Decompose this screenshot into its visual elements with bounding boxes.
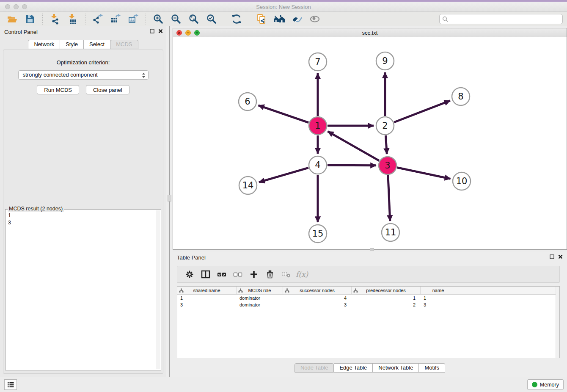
node-label-9: 9 bbox=[382, 56, 388, 66]
edge-4-14[interactable] bbox=[259, 168, 308, 182]
edge-3-11[interactable] bbox=[388, 175, 390, 221]
workspace: Control Panel NetworkStyleSelectMCDS Opt… bbox=[0, 26, 567, 377]
table-cell[interactable]: 3 bbox=[283, 301, 352, 308]
table-cell[interactable]: dominator bbox=[237, 301, 283, 308]
tab-style[interactable]: Style bbox=[60, 40, 84, 49]
table-toolbar: f(x) bbox=[177, 266, 560, 283]
save-session-icon[interactable] bbox=[24, 13, 36, 25]
table-scrollbar[interactable] bbox=[556, 287, 559, 358]
edge-3-10[interactable] bbox=[397, 168, 451, 179]
delete-column-icon[interactable] bbox=[281, 269, 292, 280]
edge-2-8[interactable] bbox=[394, 101, 450, 122]
float-panel-icon[interactable] bbox=[150, 29, 154, 33]
tab-node-table[interactable]: Node Table bbox=[295, 363, 334, 373]
memory-button[interactable]: Memory bbox=[527, 379, 564, 390]
zoom-selected-icon[interactable] bbox=[205, 13, 218, 25]
task-history-button[interactable] bbox=[4, 379, 17, 390]
table-cell[interactable]: 1 bbox=[177, 295, 237, 301]
export-image-icon[interactable] bbox=[127, 13, 140, 25]
close-panel-icon[interactable] bbox=[158, 29, 163, 33]
delete-row-icon[interactable] bbox=[264, 269, 275, 280]
panel-splitter[interactable] bbox=[166, 26, 173, 377]
zoom-out-icon[interactable] bbox=[170, 13, 182, 25]
criterion-select[interactable]: strongly connected component bbox=[18, 70, 149, 80]
deselect-all-rows-icon[interactable] bbox=[232, 269, 243, 280]
network-graph[interactable]: 1234678910111415 bbox=[173, 37, 567, 249]
tab-network[interactable]: Network bbox=[28, 40, 60, 49]
status-bar: Memory bbox=[0, 377, 567, 392]
table-cell[interactable]: dominator bbox=[237, 295, 283, 301]
node-label-7: 7 bbox=[315, 57, 320, 67]
apply-layout-icon[interactable] bbox=[230, 13, 243, 25]
node-label-8: 8 bbox=[458, 91, 463, 102]
open-session-icon[interactable] bbox=[6, 13, 19, 25]
list-icon bbox=[7, 382, 14, 388]
column-header-MCDS-role[interactable]: MCDS role bbox=[237, 287, 283, 294]
table-cell[interactable]: 2 bbox=[352, 301, 421, 308]
edge-1-6[interactable] bbox=[259, 105, 309, 123]
column-header-name[interactable]: name bbox=[421, 287, 456, 294]
edge-3-1[interactable] bbox=[328, 131, 379, 160]
node-table[interactable]: shared nameMCDS rolesuccessor nodesprede… bbox=[177, 286, 560, 358]
table-header: shared nameMCDS rolesuccessor nodesprede… bbox=[177, 287, 559, 295]
network-window-titlebar[interactable]: scc.txt bbox=[173, 28, 567, 37]
hide-selected-icon[interactable] bbox=[308, 13, 321, 25]
table-cell[interactable]: 1 bbox=[421, 295, 456, 301]
edge-4-3[interactable] bbox=[328, 165, 376, 166]
table-cell[interactable]: 3 bbox=[177, 301, 237, 308]
table-cell[interactable]: 3 bbox=[421, 301, 456, 308]
column-header-shared-name[interactable]: shared name bbox=[177, 287, 237, 294]
main-titlebar: Session: New Session bbox=[0, 2, 567, 12]
close-panel-button[interactable]: Close panel bbox=[86, 85, 129, 94]
tab-mcds[interactable]: MCDS bbox=[110, 40, 138, 49]
table-panel-title: Table Panel bbox=[177, 254, 206, 261]
splitter-grip[interactable] bbox=[168, 195, 171, 202]
tab-motifs[interactable]: Motifs bbox=[419, 363, 445, 373]
column-header-successor-nodes[interactable]: successor nodes bbox=[283, 287, 352, 294]
memory-status-icon bbox=[532, 382, 537, 387]
mcds-tab-content: Optimization criterion: strongly connect… bbox=[3, 50, 163, 374]
network-title: scc.txt bbox=[173, 30, 567, 36]
add-column-icon[interactable] bbox=[248, 269, 259, 280]
criterion-value: strongly connected component bbox=[23, 72, 98, 78]
select-all-rows-icon[interactable] bbox=[216, 269, 227, 280]
network-canvas[interactable]: 1234678910111415 bbox=[173, 37, 567, 249]
main-toolbar bbox=[0, 12, 567, 26]
show-style-icon[interactable] bbox=[291, 13, 303, 25]
search-input[interactable] bbox=[450, 16, 560, 22]
table-row[interactable]: 1dominator411 bbox=[177, 295, 559, 301]
first-neighbors-icon[interactable] bbox=[273, 13, 286, 25]
result-scrollbar[interactable] bbox=[156, 210, 160, 369]
import-table-icon[interactable] bbox=[66, 13, 79, 25]
table-panel: Table Panel bbox=[173, 252, 567, 377]
import-network-icon[interactable] bbox=[49, 13, 61, 25]
split-panel-icon[interactable] bbox=[200, 269, 211, 280]
memory-label: Memory bbox=[540, 382, 559, 388]
float-panel-icon[interactable] bbox=[550, 254, 554, 259]
tab-network-table[interactable]: Network Table bbox=[373, 363, 419, 373]
function-builder-icon[interactable]: f(x) bbox=[296, 270, 308, 279]
run-mcds-button[interactable]: Run MCDS bbox=[37, 85, 79, 94]
tab-edge-table[interactable]: Edge Table bbox=[334, 363, 373, 373]
table-settings-icon[interactable] bbox=[184, 269, 195, 280]
close-panel-icon[interactable] bbox=[558, 254, 563, 259]
canvas-resize-grip[interactable] bbox=[370, 248, 374, 251]
window-title: Session: New Session bbox=[0, 4, 567, 10]
control-panel: Control Panel NetworkStyleSelectMCDS Opt… bbox=[0, 26, 166, 377]
table-row[interactable]: 3dominator323 bbox=[177, 301, 559, 308]
mcds-result-text[interactable]: 1 3 bbox=[6, 210, 155, 369]
table-cell[interactable]: 1 bbox=[352, 295, 421, 301]
select-stepper-icon bbox=[141, 72, 146, 79]
search-box[interactable] bbox=[439, 14, 563, 24]
zoom-fit-icon[interactable] bbox=[187, 13, 200, 25]
zoom-in-icon[interactable] bbox=[152, 13, 165, 25]
edge-2-3[interactable] bbox=[385, 135, 387, 154]
table-cell[interactable]: 4 bbox=[283, 295, 352, 301]
copy-network-icon[interactable] bbox=[255, 13, 268, 25]
network-window: scc.txt 1234678910111415 bbox=[173, 28, 567, 250]
export-table-icon[interactable] bbox=[109, 13, 122, 25]
app-window: Session: New Session bbox=[0, 0, 567, 392]
column-header-predecessor-nodes[interactable]: predecessor nodes bbox=[352, 287, 421, 294]
tab-select[interactable]: Select bbox=[84, 40, 110, 49]
export-network-icon[interactable] bbox=[91, 13, 104, 25]
